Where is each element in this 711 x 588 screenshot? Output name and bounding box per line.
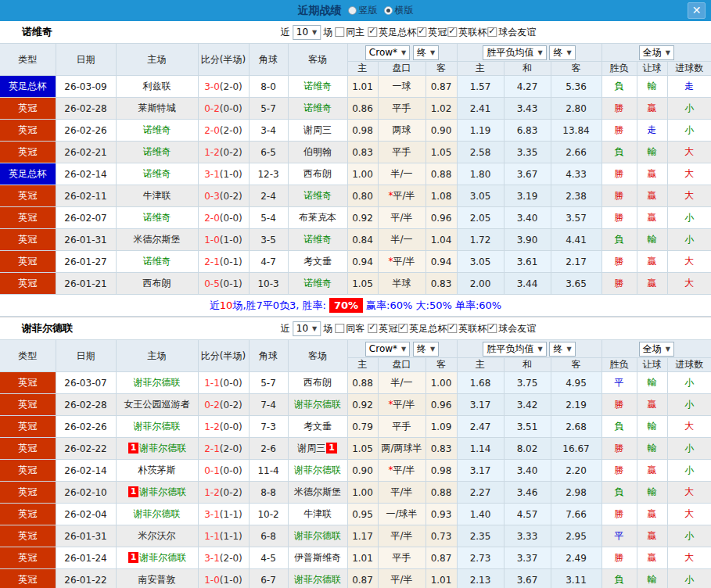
league-badge: 英冠 — [18, 508, 37, 519]
league-filter[interactable]: 球会友谊 — [487, 27, 536, 38]
bookmaker-select[interactable]: Crow*▼ — [365, 45, 410, 60]
away-team-name: 谢菲尔德联 — [294, 530, 341, 541]
away-team-cell: 谢菲尔德联 — [288, 569, 347, 588]
avg-time-select[interactable]: 终▼ — [549, 342, 575, 357]
avg-away-odds: 2.17 — [566, 256, 587, 267]
subcol-odds-away: 客 — [426, 62, 457, 76]
away-team-name: 西布朗 — [303, 168, 332, 179]
handicap-line: 平/半 — [390, 574, 412, 585]
score-cell: 1-0(1-0) — [198, 229, 249, 251]
same-venue-filter[interactable]: 同客 — [335, 322, 364, 335]
home-odds: 0.98 — [352, 125, 373, 136]
fulltime-score: 0-5 — [204, 278, 220, 289]
home-team-cell: 南安普敦 — [116, 569, 198, 588]
layout-vertical-option[interactable]: 竖版 — [348, 4, 378, 17]
league-cell: 英冠 — [0, 185, 56, 207]
section-header: 诺维奇 近 10▼ 场 同主 英足总杯英冠英联杯球会友谊 — [0, 21, 711, 43]
match-row: 英冠26-02-28莱斯特城0-2(0-0)5-7诺维奇0.86平手1.022.… — [0, 98, 711, 120]
league-filter[interactable]: 英足总杯 — [368, 27, 416, 38]
scope-select[interactable]: 全场▼ — [639, 45, 674, 60]
league-filter[interactable]: 英联杯 — [447, 27, 487, 38]
odds-time-select[interactable]: 终▼ — [413, 342, 439, 357]
avg-time-select[interactable]: 终▼ — [549, 45, 575, 60]
goals-result-cell: 大 — [667, 163, 711, 185]
handicap-result-value: 贏 — [648, 530, 657, 541]
red-card-badge: 1 — [128, 443, 139, 454]
away-odds-cell: 0.94 — [426, 251, 457, 273]
match-date: 26-02-10 — [64, 487, 106, 498]
fulltime-score: 1-2 — [204, 487, 220, 498]
handicap-result-cell: 走 — [637, 120, 667, 142]
avg-draw-odds: 3.61 — [517, 256, 538, 267]
bookmaker-select[interactable]: Crow*▼ — [365, 342, 410, 357]
checkbox-checked-icon[interactable] — [398, 324, 408, 333]
checkbox-checked-icon[interactable] — [368, 324, 377, 333]
home-team-name: 米尔沃尔 — [138, 530, 176, 541]
avg-home-odds: 1.40 — [470, 509, 491, 520]
league-filter[interactable]: 英冠 — [417, 27, 447, 38]
goals-result-cell: 小 — [667, 98, 711, 120]
corners-cell: 8-8 — [249, 482, 288, 504]
home-odds: 1.01 — [352, 553, 373, 564]
result-cell: 勝 — [601, 207, 637, 229]
date-cell: 26-01-31 — [56, 229, 116, 251]
league-filter[interactable]: 英足总杯 — [398, 323, 447, 334]
date-cell: 26-02-04 — [56, 504, 116, 525]
summary-row: 近10场,胜7平0负3, 胜率:70%赢率:60% 大:50% 单率:60% — [0, 295, 711, 317]
checkbox-checked-icon[interactable] — [368, 27, 377, 37]
home-team-name: 利兹联 — [143, 81, 171, 91]
result-value: 負 — [615, 234, 624, 245]
handicap-cell: 半/一 — [378, 163, 426, 185]
match-count-select[interactable]: 10▼ — [293, 25, 321, 40]
avg-home-odds: 2.35 — [470, 531, 491, 542]
result-cell: 勝 — [601, 120, 637, 142]
checkbox-checked-icon[interactable] — [417, 27, 426, 37]
avg-draw-cell: 3.67 — [504, 569, 551, 588]
same-venue-filter[interactable]: 同主 — [335, 26, 364, 39]
away-team-cell: 谢周三1 — [288, 438, 347, 460]
radio-selected-icon[interactable] — [384, 6, 393, 15]
avg-home-cell: 1.68 — [457, 372, 504, 394]
goals-result-cell: 小 — [667, 229, 711, 251]
close-icon[interactable]: ✕ — [688, 2, 706, 19]
checkbox-checked-icon[interactable] — [487, 27, 497, 37]
league-cell: 英冠 — [0, 547, 56, 569]
goals-result-cell: 小 — [667, 438, 711, 460]
goals-result-value: 大 — [684, 508, 694, 519]
result-value: 勝 — [615, 508, 624, 519]
radio-unselected-icon[interactable] — [348, 6, 357, 15]
matches-body: 英冠26-03-07谢菲尔德联1-1(0-0)5-7西布朗0.88半/一1.00… — [0, 372, 711, 588]
score-cell: 1-2(0-0) — [198, 416, 249, 438]
league-badge: 英冠 — [18, 190, 37, 201]
goals-result-value: 大 — [684, 190, 694, 201]
avg-draw-odds: 3.19 — [517, 191, 538, 202]
goals-result-cell: 小 — [667, 569, 711, 588]
avg-type-select[interactable]: 胜平负均值▼ — [483, 45, 546, 60]
checkbox-checked-icon[interactable] — [447, 27, 457, 37]
checkbox-unchecked-icon[interactable] — [335, 27, 344, 37]
subcol-result: 胜负 — [601, 62, 637, 76]
home-odds: 0.83 — [352, 147, 373, 158]
league-filter[interactable]: 球会友谊 — [487, 323, 536, 334]
checkbox-checked-icon[interactable] — [447, 324, 457, 333]
checkbox-unchecked-icon[interactable] — [335, 324, 344, 333]
away-odds: 0.96 — [431, 400, 452, 411]
match-count-select[interactable]: 10▼ — [293, 321, 321, 336]
league-filter[interactable]: 英冠 — [368, 323, 397, 334]
odds-time-select[interactable]: 终▼ — [413, 45, 439, 60]
halftime-score: (0-0) — [220, 213, 242, 224]
avg-draw-odds: 3.37 — [517, 553, 538, 564]
scope-select[interactable]: 全场▼ — [639, 342, 674, 357]
handicap-result-value: 贏 — [648, 464, 657, 475]
away-odds: 1.05 — [431, 147, 452, 158]
away-odds: 0.94 — [431, 256, 452, 267]
result-cell: 勝 — [601, 185, 637, 207]
home-team-name: 谢菲尔德联 — [134, 508, 181, 519]
layout-horizontal-option[interactable]: 横版 — [384, 4, 414, 17]
home-team-cell: 米尔沃尔 — [116, 525, 198, 547]
avg-type-select[interactable]: 胜平负均值▼ — [483, 342, 546, 357]
date-cell: 26-01-21 — [56, 273, 116, 295]
league-filter[interactable]: 英联杯 — [447, 323, 487, 334]
result-value: 勝 — [615, 399, 624, 410]
checkbox-checked-icon[interactable] — [487, 324, 497, 333]
